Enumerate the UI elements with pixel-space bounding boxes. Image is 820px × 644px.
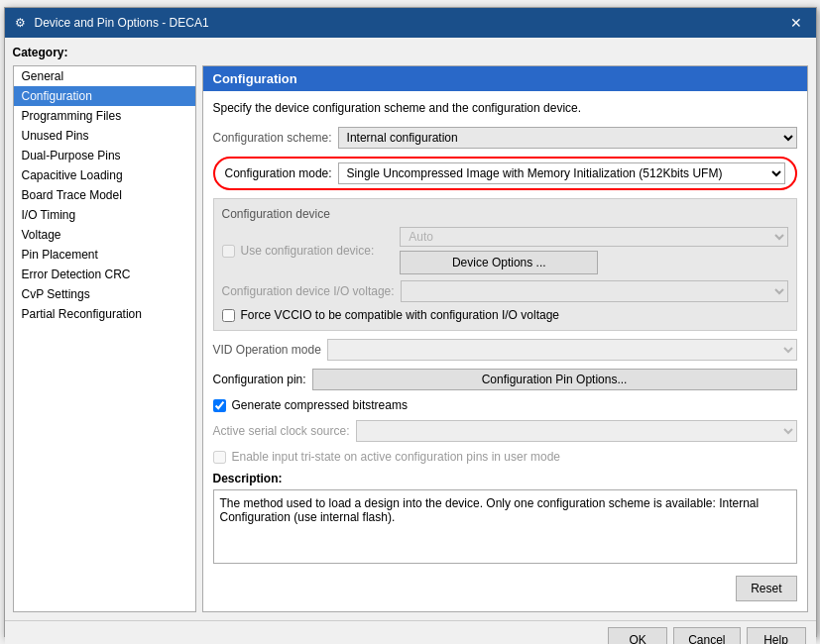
active-serial-label: Active serial clock source: <box>213 424 350 438</box>
sidebar-item-cvp-settings[interactable]: CvP Settings <box>14 284 195 304</box>
reset-row: Reset <box>213 576 797 601</box>
active-serial-row: Active serial clock source: <box>213 420 797 442</box>
enable-tristate-row: Enable input tri-state on active configu… <box>213 450 797 464</box>
config-pin-options-button[interactable]: Configuration Pin Options... <box>312 369 797 390</box>
force-vccio-checkbox[interactable] <box>222 309 235 322</box>
panel-content: Specify the device configuration scheme … <box>203 91 807 611</box>
dialog-body: Category: General Configuration Programm… <box>5 38 816 620</box>
sidebar-item-voltage[interactable]: Voltage <box>14 225 195 245</box>
description-text: The method used to load a design into th… <box>213 489 797 564</box>
io-voltage-row: Configuration device I/O voltage: <box>222 280 788 302</box>
bottom-bar: OK Cancel Help <box>5 620 816 644</box>
config-device-header: Configuration device <box>222 207 788 221</box>
force-vccio-row: Force VCCIO to be compatible with config… <box>222 308 788 322</box>
sidebar-item-dual-purpose-pins[interactable]: Dual-Purpose Pins <box>14 146 195 165</box>
config-scheme-row: Configuration scheme: Internal configura… <box>213 127 797 149</box>
sidebar-item-io-timing[interactable]: I/O Timing <box>14 205 195 225</box>
config-device-section: Configuration device Use configuration d… <box>213 198 797 331</box>
reset-button[interactable]: Reset <box>736 576 796 601</box>
category-label: Category: <box>13 46 808 59</box>
description-section: Description: The method used to load a d… <box>213 472 797 564</box>
active-serial-select[interactable] <box>356 420 797 442</box>
sidebar-item-configuration[interactable]: Configuration <box>14 86 195 106</box>
sidebar-item-partial-reconfiguration[interactable]: Partial Reconfiguration <box>14 304 195 324</box>
sidebar-item-unused-pins[interactable]: Unused Pins <box>14 126 195 146</box>
ok-button[interactable]: OK <box>608 627 667 644</box>
vid-row: VID Operation mode <box>213 339 797 361</box>
config-scheme-select[interactable]: Internal configuration <box>338 127 797 149</box>
config-pin-label: Configuration pin: <box>213 373 306 386</box>
dialog-title: Device and Pin Options - DECA1 <box>35 16 209 30</box>
generate-compressed-checkbox[interactable] <box>213 399 226 412</box>
config-mode-row: Configuration mode: Single Uncompressed … <box>213 157 797 190</box>
config-mode-select[interactable]: Single Uncompressed Image with Memory In… <box>338 162 785 184</box>
title-bar-left: ⚙ Device and Pin Options - DECA1 <box>15 16 209 30</box>
device-options-area: Auto Device Options ... <box>400 227 787 274</box>
cancel-button[interactable]: Cancel <box>673 627 740 644</box>
main-panel: Configuration Specify the device configu… <box>202 65 808 612</box>
panel-header: Configuration <box>203 66 807 91</box>
sidebar: General Configuration Programming Files … <box>13 65 196 612</box>
config-scheme-label: Configuration scheme: <box>213 131 332 145</box>
use-config-device-row: Use configuration device: <box>222 244 375 258</box>
panel-description: Specify the device configuration scheme … <box>213 101 797 115</box>
use-config-device-checkbox[interactable] <box>222 245 235 258</box>
sidebar-item-pin-placement[interactable]: Pin Placement <box>14 245 195 265</box>
sidebar-item-programming-files[interactable]: Programming Files <box>14 106 195 126</box>
force-vccio-label: Force VCCIO to be compatible with config… <box>241 308 560 322</box>
config-mode-label: Configuration mode: <box>225 166 332 180</box>
device-row: Use configuration device: Auto Device Op… <box>222 227 788 274</box>
generate-compressed-row: Generate compressed bitstreams <box>213 398 797 412</box>
dialog-icon: ⚙ <box>15 16 29 30</box>
help-button[interactable]: Help <box>747 627 806 644</box>
title-bar: ⚙ Device and Pin Options - DECA1 ✕ <box>5 8 816 38</box>
sidebar-item-board-trace-model[interactable]: Board Trace Model <box>14 185 195 205</box>
bottom-buttons: OK Cancel Help <box>608 627 805 644</box>
main-dialog: ⚙ Device and Pin Options - DECA1 ✕ Categ… <box>4 7 817 637</box>
sidebar-item-capacitive-loading[interactable]: Capacitive Loading <box>14 165 195 185</box>
enable-tristate-checkbox[interactable] <box>213 451 226 464</box>
generate-compressed-label: Generate compressed bitstreams <box>232 398 408 412</box>
enable-tristate-label: Enable input tri-state on active configu… <box>232 450 561 464</box>
use-config-device-label: Use configuration device: <box>241 244 375 258</box>
io-voltage-label: Configuration device I/O voltage: <box>222 284 395 298</box>
config-pin-row: Configuration pin: Configuration Pin Opt… <box>213 369 797 390</box>
close-button[interactable]: ✕ <box>786 13 806 33</box>
description-label: Description: <box>213 472 797 485</box>
vid-label: VID Operation mode <box>213 343 321 357</box>
sidebar-item-error-detection-crc[interactable]: Error Detection CRC <box>14 265 195 284</box>
device-options-button[interactable]: Device Options ... <box>400 251 598 274</box>
content-area: General Configuration Programming Files … <box>13 65 808 612</box>
io-voltage-select[interactable] <box>401 280 788 302</box>
sidebar-item-general[interactable]: General <box>14 66 195 86</box>
auto-select[interactable]: Auto <box>400 227 787 247</box>
vid-select[interactable] <box>327 339 797 361</box>
